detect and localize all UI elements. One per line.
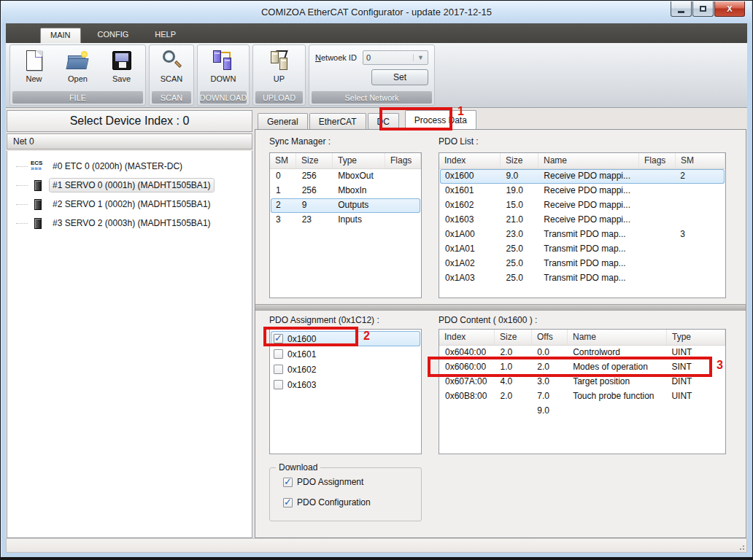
- table-header: SMSizeTypeFlags: [270, 153, 421, 169]
- column-header[interactable]: Type: [667, 330, 725, 345]
- tab-ethercat[interactable]: EtherCAT: [309, 113, 366, 129]
- pdo-assignment-label: PDO Assignment (0x1C12) :: [269, 315, 379, 325]
- table-cell: [675, 257, 725, 271]
- window-title: COMIZOA EtherCAT Configurator - update 2…: [1, 7, 752, 18]
- table-row[interactable]: 9.0: [440, 404, 725, 419]
- table-row[interactable]: 0x6040:002.00.0ControlwordUINT: [440, 346, 725, 360]
- table-row[interactable]: 0x1A0125.0Transmit PDO map...: [440, 242, 725, 257]
- column-header[interactable]: Offs: [532, 330, 568, 345]
- horizontal-splitter[interactable]: [255, 304, 746, 311]
- table-cell: 3.0: [532, 375, 568, 389]
- checkbox[interactable]: [274, 380, 283, 389]
- table-cell: 2.0: [495, 346, 533, 360]
- servo-drive-icon: [34, 218, 42, 229]
- table-row[interactable]: 29Outputs: [271, 198, 420, 213]
- network-id-select[interactable]: 0 ▼: [363, 50, 428, 65]
- table-row[interactable]: 0x60B8:002.07.0Touch probe functionUINT: [440, 389, 725, 404]
- checkbox[interactable]: [274, 349, 283, 359]
- titlebar[interactable]: COMIZOA EtherCAT Configurator - update 2…: [1, 1, 752, 23]
- column-header[interactable]: Name: [568, 330, 667, 345]
- tree-item[interactable]: #3 SERVO 2 (0003h) (MADHT1505BA1): [7, 214, 252, 233]
- table-cell: 2: [675, 169, 725, 184]
- table-cell: MboxIn: [333, 184, 385, 198]
- download-groupbox: Download PDO AssignmentPDO Configuration: [269, 467, 422, 521]
- download-option[interactable]: PDO Configuration: [283, 496, 421, 509]
- download-option[interactable]: PDO Assignment: [283, 475, 421, 489]
- table-row[interactable]: 0x1A0325.0Transmit PDO map...: [440, 271, 725, 286]
- set-button[interactable]: Set: [371, 69, 428, 85]
- toolbar-group-select-network: Netwoek ID 0 ▼ Set Select Network: [309, 44, 435, 106]
- column-header[interactable]: Name: [538, 153, 639, 168]
- checkbox[interactable]: [274, 365, 283, 374]
- checkbox[interactable]: [274, 334, 283, 343]
- pdo-assignment-item[interactable]: 0x1601: [271, 346, 420, 362]
- device-panel: Select Device Index : 0 Net 0 #0 ETC 0 (…: [7, 110, 252, 538]
- table-row[interactable]: 0x1A0023.0Transmit PDO map...3: [440, 228, 725, 242]
- open-button[interactable]: Open: [62, 48, 94, 83]
- tab-dc[interactable]: DC: [368, 113, 399, 129]
- minimize-button[interactable]: [671, 1, 692, 17]
- column-header[interactable]: Type: [333, 153, 385, 168]
- tab-process-data[interactable]: Process Data: [405, 110, 476, 129]
- tab-general[interactable]: General: [258, 113, 308, 129]
- table-cell: 0x1600: [440, 169, 501, 184]
- menu-tab-help[interactable]: HELP: [145, 28, 185, 43]
- table-row[interactable]: 1256MboxIn: [271, 184, 420, 198]
- up-button[interactable]: UP: [263, 48, 296, 83]
- toolbar-group-file: New Open Save FILE: [9, 44, 146, 106]
- table-cell: 15.0: [501, 198, 539, 213]
- table-row[interactable]: 0x160215.0Receive PDO mappi...: [440, 198, 725, 213]
- pdo-assignment-item[interactable]: 0x1602: [271, 362, 420, 377]
- down-button[interactable]: DOWN: [207, 48, 239, 83]
- column-header[interactable]: Size: [495, 330, 532, 345]
- column-header[interactable]: Index: [439, 330, 495, 345]
- table-row[interactable]: 0256MboxOut: [271, 169, 420, 184]
- checkbox[interactable]: [283, 478, 293, 487]
- pdo-list-table[interactable]: IndexSizeNameFlagsSM0x16009.0Receive PDO…: [439, 152, 726, 298]
- pdo-content-table[interactable]: IndexSizeOffsNameType0x6040:002.00.0Cont…: [439, 329, 726, 454]
- column-header[interactable]: Size: [501, 153, 538, 168]
- checkbox[interactable]: [283, 498, 293, 508]
- pdo-assignment-list[interactable]: 0x16000x16010x16020x1603: [269, 329, 422, 454]
- table-cell: Receive PDO mappi...: [538, 169, 638, 184]
- menubar: MAINCONFIGHELP: [6, 23, 747, 43]
- checkbox-label: 0x1600: [287, 334, 316, 344]
- tree-item[interactable]: #2 SERVO 1 (0002h) (MADHT1505BA1): [7, 195, 252, 214]
- tree-item[interactable]: #1 SERVO 0 (0001h) (MADHT1505BA1): [7, 176, 252, 195]
- column-header[interactable]: Index: [439, 153, 501, 168]
- tree-item-label: #0 ETC 0 (0200h) (MASTER-DC): [50, 160, 185, 173]
- column-header[interactable]: Flags: [639, 153, 676, 168]
- tree-item[interactable]: #0 ETC 0 (0200h) (MASTER-DC): [7, 157, 252, 176]
- table-row[interactable]: 0x1A0225.0Transmit PDO map...: [440, 257, 725, 271]
- table-cell: 0x6040:00: [440, 346, 495, 360]
- table-row[interactable]: 323Inputs: [271, 213, 420, 228]
- table-row[interactable]: 0x6060:001.02.0Modes of operationSINT: [440, 360, 725, 375]
- table-cell: 2.0: [495, 389, 533, 404]
- menu-tab-config[interactable]: CONFIG: [88, 28, 139, 43]
- column-header[interactable]: Size: [296, 153, 333, 168]
- restore-button[interactable]: [692, 1, 714, 17]
- save-button[interactable]: Save: [106, 48, 138, 83]
- menu-tab-main[interactable]: MAIN: [40, 28, 81, 43]
- column-header[interactable]: SM: [270, 153, 296, 168]
- table-cell: Inputs: [333, 213, 385, 228]
- resize-grip-icon[interactable]: [738, 543, 745, 551]
- scan-button[interactable]: SCAN: [155, 48, 188, 83]
- column-header[interactable]: Flags: [385, 153, 421, 168]
- column-header[interactable]: SM: [676, 153, 725, 168]
- table-cell: Transmit PDO map...: [538, 228, 638, 242]
- table-cell: Transmit PDO map...: [538, 257, 638, 271]
- table-cell: 0x1603: [440, 213, 501, 228]
- table-row[interactable]: 0x160321.0Receive PDO mappi...: [440, 213, 725, 228]
- table-row[interactable]: 0x16009.0Receive PDO mappi...2: [440, 169, 725, 184]
- close-button[interactable]: X: [714, 1, 745, 17]
- table-row[interactable]: 0x607A:004.03.0Target positionDINT: [440, 375, 725, 389]
- table-row[interactable]: 0x160119.0Receive PDO mappi...: [440, 184, 725, 198]
- new-button[interactable]: New: [18, 48, 50, 83]
- pdo-assignment-item[interactable]: 0x1600: [271, 331, 420, 346]
- sync-manager-table[interactable]: SMSizeTypeFlags0256MboxOut1256MboxIn29Ou…: [269, 152, 422, 298]
- net-header[interactable]: Net 0: [7, 133, 252, 149]
- table-cell: MboxOut: [333, 169, 385, 184]
- pdo-assignment-item[interactable]: 0x1603: [271, 377, 420, 392]
- table-cell: [675, 184, 725, 198]
